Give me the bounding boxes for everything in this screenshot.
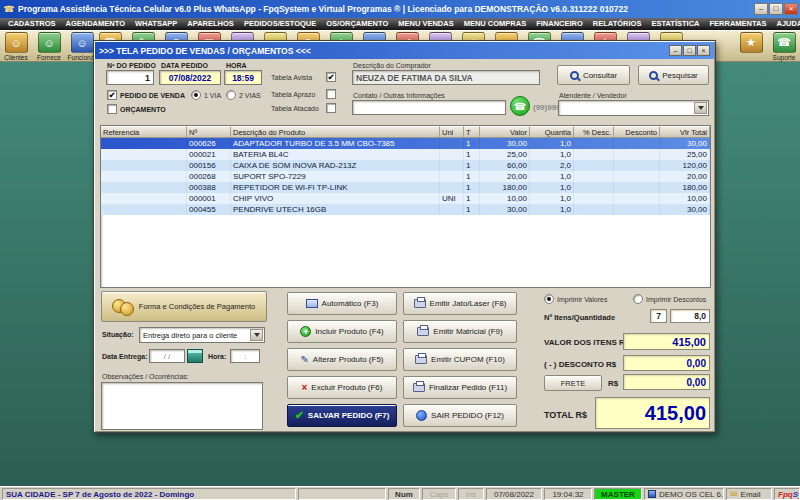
pencil-icon: ✎ — [300, 355, 308, 365]
table-row[interactable]: 000455 PENDRIVE UTECH 16GB 1 30,00 1,0 3… — [101, 204, 710, 215]
menu-item[interactable]: MENU VENDAS — [393, 18, 458, 30]
quote-checkbox[interactable]: ORÇAMENTO — [107, 104, 166, 114]
menu-item[interactable]: APARELHOS — [182, 18, 239, 30]
total-value: 415,00 — [595, 397, 710, 429]
app-icon: ☎ — [3, 3, 15, 15]
menu-item[interactable]: FERRAMENTAS — [705, 18, 772, 30]
edit-product-button[interactable]: ✎ Alterar Produto (F5) — [287, 348, 397, 371]
delete-icon: × — [302, 383, 308, 393]
notes-textarea[interactable] — [101, 382, 263, 430]
menu-item[interactable]: WHATSAPP — [130, 18, 182, 30]
delivery-time-field[interactable]: : — [230, 349, 260, 363]
table-row[interactable]: 000626 ADAPTADOR TURBO DE 3.5 MM CBO-738… — [101, 138, 710, 149]
term-table-checkbox[interactable]: Tabela Aprazo — [271, 89, 336, 99]
order-date-field[interactable]: 07/08/2022 — [159, 70, 221, 85]
order-window-titlebar[interactable]: >>> TELA PEDIDO DE VENDAS / ORÇAMENTOS <… — [95, 42, 714, 59]
status-date: 07/08/2022 — [486, 488, 542, 500]
finish-order-button[interactable]: Finalizar Pedido (F11) — [403, 376, 517, 399]
items-count-value: 7 — [650, 309, 667, 323]
exit-order-button[interactable]: SAIR PEDIDO (F12) — [403, 404, 517, 427]
checkbox-checked-icon — [326, 72, 336, 82]
window-minimize-button[interactable]: – — [669, 45, 682, 56]
discount-value: 0,00 — [623, 355, 710, 371]
cash-table-checkbox[interactable]: Tabela Avista — [271, 72, 336, 82]
order-window: >>> TELA PEDIDO DE VENDAS / ORÇAMENTOS <… — [93, 40, 716, 433]
menu-item[interactable]: AJUDA — [771, 18, 800, 30]
toolbar-button[interactable]: ☺ Clientes — [3, 32, 29, 61]
support-icon: ☎ — [773, 32, 796, 53]
delivery-time-label: Hora: — [208, 353, 226, 360]
phone-mini-icon — [648, 490, 656, 498]
exit-icon — [416, 410, 427, 421]
table-row[interactable]: 000388 REPETIDOR DE WI-FI TP-LINK 1 180,… — [101, 182, 710, 193]
table-row[interactable]: 000021 BATERIA BL4C 1 25,00 1,0 25,00 — [101, 149, 710, 160]
print-inkjet-button[interactable]: Emitir Jato/Laser (F8) — [403, 292, 517, 315]
chevron-down-icon — [250, 329, 263, 341]
contact-field[interactable] — [352, 100, 506, 115]
search-button[interactable]: Pesquisar — [638, 65, 709, 85]
toolbar-button[interactable]: ☺ Funcionár — [69, 32, 95, 61]
envelope-icon: ✉ — [730, 489, 738, 499]
radio-icon — [226, 90, 236, 100]
automatic-button[interactable]: Automático (F3) — [287, 292, 397, 315]
menu-item[interactable]: RELATÓRIOS — [588, 18, 647, 30]
print-receipt-button[interactable]: Emitir CUPOM (F10) — [403, 348, 517, 371]
order-date-label: DATA PEDIDO — [161, 62, 208, 69]
delivery-date-field[interactable]: / / — [149, 349, 185, 363]
order-number-field[interactable]: 1 — [106, 70, 154, 85]
checkbox-icon — [326, 103, 336, 113]
table-row[interactable]: 000001 CHIP VIVO UNI 1 10,00 1,0 10,00 — [101, 193, 710, 204]
maximize-button[interactable]: □ — [769, 3, 783, 15]
menu-item[interactable]: ESTATÍSTICA — [646, 18, 704, 30]
menu-item[interactable]: AGENDAMENTO — [61, 18, 130, 30]
status-email-button[interactable]: ✉ Email — [726, 488, 772, 500]
minimize-button[interactable]: – — [754, 3, 768, 15]
print-discounts-radio[interactable]: Imprimir Descontos — [633, 294, 706, 304]
wholesale-table-checkbox[interactable]: Tabela Atacado — [271, 103, 336, 113]
status-select[interactable]: Entrega direto para o cliente — [139, 327, 265, 343]
calendar-icon[interactable] — [187, 349, 203, 363]
salesperson-label: Atendente / Vendedor — [559, 92, 627, 99]
status-license: DEMO OS CEL 6.0 — [644, 488, 724, 500]
table-row[interactable]: 000156 CAIXA DE SOM INOVA RAD-213Z 1 60,… — [101, 160, 710, 171]
status-time: 19:04:32 — [544, 488, 592, 500]
window-maximize-button[interactable]: □ — [683, 45, 696, 56]
payment-terms-button[interactable]: Forma e Condições de Pagamento — [101, 291, 267, 322]
suppliers-icon: ☺ — [38, 32, 61, 53]
whatsapp-icon[interactable] — [510, 96, 530, 116]
menu-item[interactable]: CADASTROS — [3, 18, 61, 30]
order-number-label: Nº DO PEDIDO — [107, 62, 156, 69]
close-button[interactable]: × — [784, 3, 798, 15]
freight-currency-label: R$ — [608, 379, 618, 388]
window-close-button[interactable]: × — [697, 45, 710, 56]
printer-icon — [414, 299, 426, 308]
sale-order-checkbox[interactable]: PEDIDO DE VENDA — [107, 90, 185, 100]
menu-item[interactable]: OS/ORÇAMENTO — [321, 18, 393, 30]
delete-product-button[interactable]: × Excluir Produto (F6) — [287, 376, 397, 399]
menu-item[interactable]: MENU COMPRAS — [459, 18, 532, 30]
add-product-button[interactable]: + Incluir Produto (F4) — [287, 320, 397, 343]
status-numlock: Num — [388, 488, 420, 500]
freight-button[interactable]: FRETE — [544, 375, 602, 391]
print-values-radio[interactable]: Imprimir Valores — [544, 294, 607, 304]
order-time-field[interactable]: 18:59 — [224, 70, 262, 85]
buyer-field[interactable]: NEUZA DE FATIMA DA SILVA — [352, 70, 540, 85]
save-order-button[interactable]: ✔ SALVAR PEDIDO (F7) — [287, 404, 397, 427]
one-copy-radio[interactable]: 1 VIA — [191, 90, 221, 100]
toolbar-button[interactable]: ☎ Suporte — [771, 32, 797, 61]
menu-item[interactable]: FINANCEIRO — [531, 18, 588, 30]
toolbar-button[interactable]: ★ — [738, 32, 764, 61]
checkbox-icon — [326, 89, 336, 99]
salesperson-select[interactable] — [558, 100, 709, 116]
radio-selected-icon — [191, 90, 201, 100]
table-row[interactable]: 000268 SUPORT SPO-7229 1 20,00 1,0 20,00 — [101, 171, 710, 182]
freight-value: 0,00 — [623, 374, 710, 390]
clients-icon: ☺ — [5, 32, 28, 53]
consult-button[interactable]: Consultar — [557, 65, 630, 85]
status-brand: FpqSystem — [774, 488, 800, 500]
two-copies-radio[interactable]: 2 VIAS — [226, 90, 261, 100]
print-matrix-button[interactable]: Emitir Matricial (F9) — [403, 320, 517, 343]
items-value-label: VALOR DOS ITENS R$ — [544, 338, 629, 347]
toolbar-button[interactable]: ☺ Fornece — [36, 32, 62, 61]
menu-item[interactable]: PEDIDOS/ESTOQUE — [239, 18, 321, 30]
